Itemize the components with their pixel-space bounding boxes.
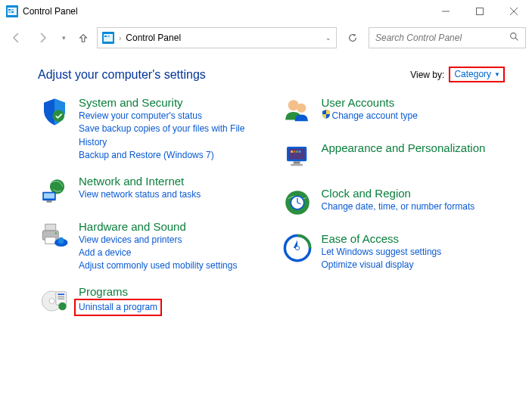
clock-icon[interactable] (281, 187, 314, 220)
category-link[interactable]: Change date, time, or number formats (322, 200, 506, 213)
svg-point-24 (54, 232, 57, 234)
page-title: Adjust your computer's settings (38, 68, 410, 82)
viewby-value: Category (454, 69, 491, 79)
svg-point-35 (297, 104, 306, 113)
refresh-button[interactable] (341, 27, 364, 48)
category-title-link[interactable]: Appearance and Personalization (322, 141, 486, 154)
column-left: System and Security Review your computer… (38, 96, 263, 318)
category-ease-of-access: Ease of Access Let Windows suggest setti… (281, 232, 506, 272)
control-panel-icon (6, 5, 18, 17)
close-button[interactable] (496, 1, 530, 23)
category-link[interactable]: Let Windows suggest settings (322, 246, 506, 259)
programs-icon[interactable] (38, 285, 71, 318)
svg-rect-31 (58, 296, 64, 297)
viewby-dropdown[interactable]: Category ▼ (449, 67, 505, 82)
category-title-link[interactable]: User Accounts (322, 96, 395, 109)
forward-button[interactable] (32, 27, 53, 48)
svg-rect-42 (293, 161, 300, 164)
chevron-down-icon[interactable]: ⌄ (325, 34, 331, 42)
column-right: User Accounts Change account type Appear… (281, 96, 506, 318)
svg-rect-4 (8, 11, 11, 13)
ease-of-access-icon[interactable] (281, 232, 314, 265)
category-title-link[interactable]: Clock and Region (322, 187, 411, 200)
category-title-link[interactable]: Network and Internet (79, 175, 184, 188)
uninstall-program-link[interactable]: Uninstall a program (79, 301, 157, 314)
category-programs: Programs Uninstall a program (38, 285, 263, 318)
svg-rect-13 (107, 36, 110, 37)
svg-point-16 (52, 110, 64, 122)
svg-rect-2 (8, 9, 11, 11)
back-button[interactable] (6, 27, 27, 48)
svg-rect-23 (45, 237, 56, 244)
category-link[interactable]: Add a device (79, 247, 263, 259)
minimize-button[interactable] (428, 1, 462, 23)
printer-icon[interactable] (38, 220, 71, 253)
svg-rect-40 (296, 150, 298, 153)
svg-rect-5 (11, 11, 14, 13)
svg-rect-30 (58, 293, 64, 295)
category-link[interactable]: View network status and tasks (79, 188, 263, 201)
navigation-bar: ▾ › Control Panel ⌄ (0, 23, 532, 53)
svg-rect-43 (291, 164, 303, 166)
svg-rect-21 (45, 224, 56, 231)
chevron-right-icon: › (119, 34, 121, 42)
category-system-security: System and Security Review your computer… (38, 96, 263, 163)
window-title: Control Panel (23, 6, 428, 17)
category-appearance: Appearance and Personalization (281, 141, 506, 175)
category-link[interactable]: Review your computer's status (79, 110, 263, 123)
svg-point-50 (295, 246, 299, 250)
appearance-icon[interactable] (281, 141, 314, 175)
svg-rect-19 (44, 193, 54, 198)
category-columns: System and Security Review your computer… (38, 96, 505, 318)
shield-icon[interactable] (38, 96, 71, 129)
svg-point-33 (58, 302, 67, 310)
breadcrumb[interactable]: Control Panel (126, 33, 181, 43)
svg-point-14 (511, 33, 516, 39)
search-icon[interactable] (509, 32, 519, 44)
svg-rect-38 (291, 150, 293, 153)
viewby-label: View by: (410, 70, 444, 80)
svg-rect-37 (288, 149, 304, 160)
network-icon[interactable] (38, 175, 71, 208)
svg-point-28 (49, 298, 54, 303)
category-link[interactable]: Change account type (322, 110, 506, 123)
content-header: Adjust your computer's settings View by:… (38, 67, 505, 82)
control-panel-icon (102, 32, 114, 44)
category-user-accounts: User Accounts Change account type (281, 96, 506, 129)
search-input[interactable] (375, 33, 509, 43)
svg-rect-7 (476, 8, 483, 15)
maximize-button[interactable] (462, 1, 496, 23)
title-bar: Control Panel (0, 0, 532, 23)
category-link[interactable]: Save backup copies of your files with Fi… (79, 123, 263, 149)
search-box[interactable] (369, 27, 526, 48)
svg-rect-26 (58, 237, 64, 244)
category-title-link[interactable]: System and Security (79, 96, 183, 109)
svg-rect-11 (104, 34, 113, 42)
up-button[interactable] (74, 27, 92, 48)
address-bar[interactable]: › Control Panel ⌄ (97, 27, 337, 48)
user-accounts-icon[interactable] (281, 96, 314, 129)
category-title-link[interactable]: Ease of Access (322, 232, 400, 245)
history-dropdown-icon[interactable]: ▾ (58, 27, 70, 48)
category-link[interactable]: Optimize visual display (322, 259, 506, 271)
svg-rect-20 (47, 200, 52, 203)
highlighted-link: Uninstall a program (74, 299, 162, 316)
chevron-down-icon: ▼ (494, 71, 500, 78)
svg-rect-3 (11, 9, 14, 11)
svg-rect-41 (298, 150, 300, 153)
svg-rect-32 (58, 298, 64, 299)
category-link[interactable]: Backup and Restore (Windows 7) (79, 149, 263, 162)
category-link[interactable]: Adjust commonly used mobility settings (79, 259, 263, 272)
svg-line-15 (515, 38, 518, 40)
svg-rect-12 (104, 36, 107, 37)
window-controls (428, 1, 530, 23)
category-title-link[interactable]: Hardware and Sound (79, 220, 186, 233)
category-title-link[interactable]: Programs (79, 285, 128, 298)
content-area: Adjust your computer's settings View by:… (0, 53, 532, 334)
category-clock-region: Clock and Region Change date, time, or n… (281, 187, 506, 220)
uac-shield-icon (322, 110, 331, 123)
category-link[interactable]: View devices and printers (79, 234, 263, 247)
category-network: Network and Internet View network status… (38, 175, 263, 208)
category-hardware: Hardware and Sound View devices and prin… (38, 220, 263, 273)
svg-rect-39 (293, 150, 295, 153)
